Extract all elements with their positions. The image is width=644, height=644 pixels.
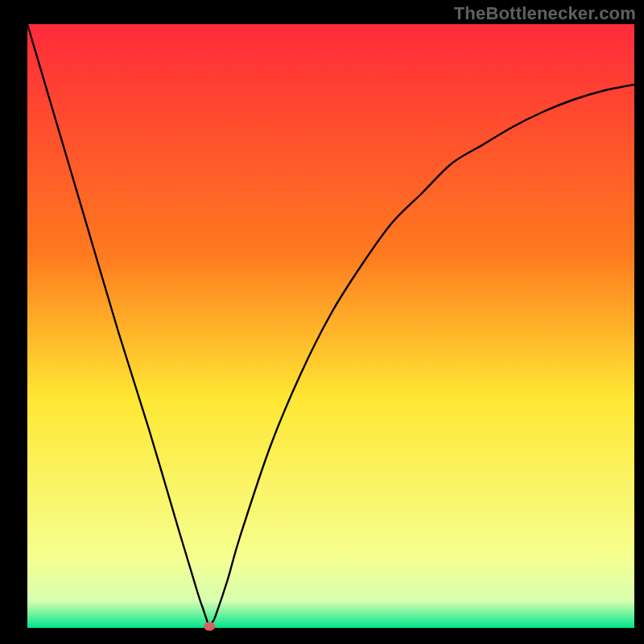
chart-frame: TheBottlenecker.com <box>0 0 644 644</box>
attribution-label: TheBottlenecker.com <box>454 3 636 24</box>
minimum-marker-icon <box>204 622 215 631</box>
plot-area <box>27 24 634 628</box>
bottleneck-chart <box>0 0 644 644</box>
